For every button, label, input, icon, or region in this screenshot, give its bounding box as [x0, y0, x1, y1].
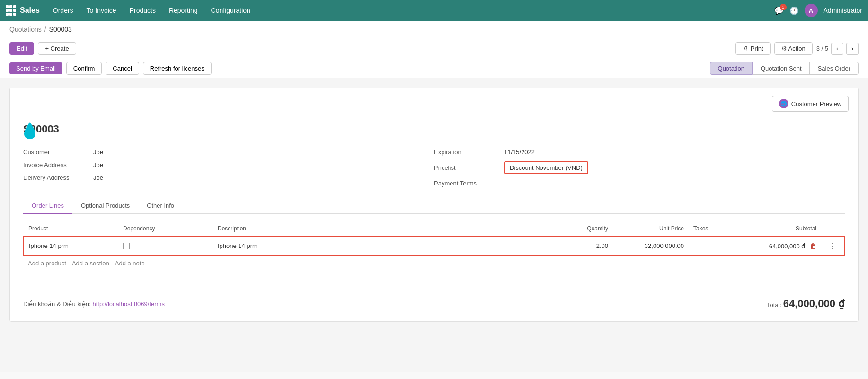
add-note-link[interactable]: Add a note [115, 260, 145, 267]
add-section-link[interactable]: Add a section [72, 260, 109, 267]
form-left: Customer Joe Invoice Address Joe Deliver… [23, 149, 434, 187]
breadcrumb-current: S00003 [49, 26, 72, 33]
invoice-address-label: Invoice Address [23, 161, 89, 168]
pricelist-label: Pricelist [434, 164, 500, 171]
notification-badge: 1 [780, 4, 787, 10]
app-logo[interactable]: Sales [6, 5, 40, 16]
card-footer: Điều khoản & Điều kiện: http://localhost… [23, 290, 845, 310]
table-row: Iphone 14 prm Iphone 14 prm 2.00 32,000,… [24, 236, 844, 256]
breadcrumb: Quotations / S00003 [0, 21, 868, 38]
topnav-right: 💬 1 🕐 A Administrator [774, 4, 862, 17]
col-dependency: Dependency [118, 221, 213, 236]
order-lines-table: Product Dependency Description Quantity … [23, 221, 845, 256]
pricelist-field-row: Pricelist Discount November (VND) [434, 161, 845, 174]
col-unit-price: Unit Price [613, 221, 689, 236]
top-navigation: Sales Orders To Invoice Products Reporti… [0, 0, 868, 21]
tab-order-lines[interactable]: Order Lines [23, 198, 72, 214]
print-icon: 🖨 [743, 45, 749, 52]
expiration-value[interactable]: 11/15/2022 [504, 149, 535, 156]
pagination: 3 / 5 ‹ › [816, 43, 859, 55]
prev-button[interactable]: ‹ [831, 43, 843, 55]
gear-icon: ⚙ [781, 45, 787, 52]
cell-more: ⋮ [821, 236, 844, 256]
more-options-icon[interactable]: ⋮ [826, 242, 839, 250]
avatar[interactable]: A [805, 4, 818, 17]
toolbar: Edit + Create 🖨 Print ⚙ Action 3 / 5 ‹ › [0, 38, 868, 59]
confirm-button[interactable]: Confirm [66, 62, 102, 75]
form-card: 🌐 Customer Preview S00003 Customer Joe I… [9, 88, 859, 322]
create-button[interactable]: + Create [38, 42, 76, 55]
edit-button[interactable]: Edit [9, 42, 34, 55]
status-bar: Send by Email Confirm Cancel Refresh for… [0, 59, 868, 78]
print-button[interactable]: 🖨 Print [735, 42, 770, 55]
customer-value[interactable]: Joe [93, 149, 103, 156]
menu-configuration[interactable]: Configuration [205, 4, 256, 17]
dependency-checkbox[interactable] [123, 243, 130, 249]
tab-optional-products[interactable]: Optional Products [72, 198, 138, 214]
cell-quantity[interactable]: 2.00 [556, 236, 613, 256]
breadcrumb-separator: / [44, 26, 46, 33]
delivery-address-field-row: Delivery Address Joe [23, 174, 434, 181]
send-email-button[interactable]: Send by Email [9, 62, 62, 74]
cell-description[interactable]: Iphone 14 prm [213, 236, 556, 256]
drop-icon [23, 121, 36, 141]
clock-icon[interactable]: 🕐 [789, 6, 799, 15]
total-amount: 64,000,000 ₫ [783, 298, 845, 309]
menu-reporting[interactable]: Reporting [163, 4, 204, 17]
main-content: 🌐 Customer Preview S00003 Customer Joe I… [0, 78, 868, 372]
status-steps: Quotation Quotation Sent Sales Order [710, 62, 859, 75]
next-button[interactable]: › [846, 43, 859, 55]
col-subtotal: Subtotal [736, 221, 821, 236]
col-quantity: Quantity [556, 221, 613, 236]
cell-dependency [118, 236, 213, 256]
main-menu: Orders To Invoice Products Reporting Con… [47, 4, 774, 17]
cell-subtotal: 64,000,000 ₫ 🗑 [736, 236, 821, 256]
menu-orders[interactable]: Orders [47, 4, 79, 17]
terms-section: Điều khoản & Điều kiện: http://localhost… [23, 300, 165, 308]
delivery-address-value[interactable]: Joe [93, 174, 103, 181]
cell-product[interactable]: Iphone 14 prm [24, 236, 118, 256]
menu-products[interactable]: Products [124, 4, 161, 17]
total-area: Total: 64,000,000 ₫ [767, 298, 845, 310]
pricelist-value[interactable]: Discount November (VND) [504, 161, 588, 174]
username: Administrator [824, 7, 862, 14]
delivery-address-label: Delivery Address [23, 174, 89, 181]
app-name: Sales [20, 6, 40, 15]
invoice-address-value[interactable]: Joe [93, 161, 103, 168]
col-taxes: Taxes [689, 221, 736, 236]
expiration-field-row: Expiration 11/15/2022 [434, 149, 845, 156]
step-quotation-sent[interactable]: Quotation Sent [753, 62, 810, 75]
payment-terms-label: Payment Terms [434, 180, 500, 187]
expiration-label: Expiration [434, 149, 500, 156]
tabs: Order Lines Optional Products Other Info [23, 198, 845, 214]
payment-terms-field-row: Payment Terms [434, 180, 845, 187]
globe-icon: 🌐 [779, 99, 788, 108]
cell-unit-price[interactable]: 32,000,000.00 [613, 236, 689, 256]
total-label: Total: [767, 301, 781, 308]
col-description: Description [213, 221, 556, 236]
delete-row-icon[interactable]: 🗑 [810, 242, 816, 250]
customer-preview-button[interactable]: 🌐 Customer Preview [772, 96, 849, 112]
refresh-licenses-button[interactable]: Refresh for licenses [143, 62, 212, 75]
menu-to-invoice[interactable]: To Invoice [81, 4, 122, 17]
customer-field-row: Customer Joe [23, 149, 434, 156]
grid-icon [6, 5, 16, 16]
cancel-button[interactable]: Cancel [106, 62, 139, 75]
customer-label: Customer [23, 149, 89, 156]
terms-link[interactable]: http://localhost:8069/terms [92, 300, 164, 308]
quotation-title: S00003 [23, 99, 845, 135]
cell-taxes[interactable] [689, 236, 736, 256]
step-quotation[interactable]: Quotation [710, 62, 753, 75]
form-fields: Customer Joe Invoice Address Joe Deliver… [23, 149, 845, 187]
step-sales-order[interactable]: Sales Order [810, 62, 859, 75]
breadcrumb-parent[interactable]: Quotations [9, 26, 42, 33]
form-right: Expiration 11/15/2022 Pricelist Discount… [434, 149, 845, 187]
tab-other-info[interactable]: Other Info [138, 198, 183, 214]
add-row-actions: Add a product Add a section Add a note [23, 256, 845, 271]
col-product: Product [24, 221, 118, 236]
notification-icon[interactable]: 💬 1 [774, 6, 784, 15]
invoice-address-field-row: Invoice Address Joe [23, 161, 434, 168]
action-button[interactable]: ⚙ Action [774, 42, 813, 55]
terms-label: Điều khoản & Điều kiện: [23, 300, 91, 308]
add-product-link[interactable]: Add a product [28, 260, 66, 267]
